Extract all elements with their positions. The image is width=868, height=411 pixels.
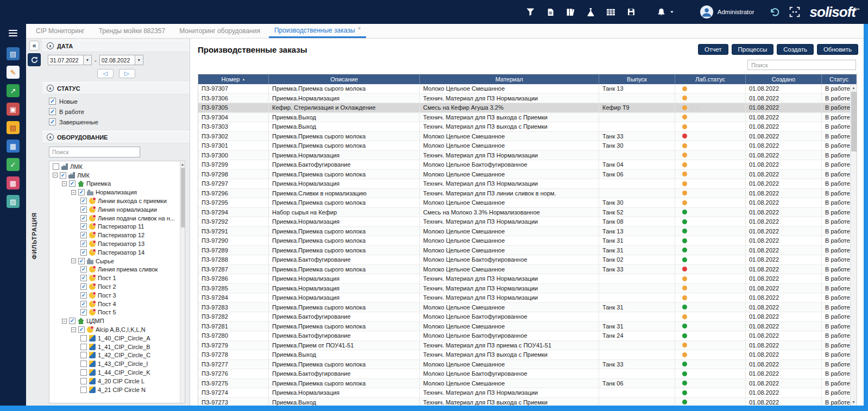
- tree-checkbox[interactable]: ✓: [80, 232, 87, 238]
- date-to-input[interactable]: [100, 57, 135, 64]
- table-row[interactable]: ПЗ-97302Приемка.Приемка сырого молокаМол…: [198, 132, 857, 142]
- tree-checkbox[interactable]: [80, 361, 87, 367]
- bell-icon[interactable]: [656, 7, 667, 17]
- tree-item[interactable]: ✓Пост 5: [52, 308, 185, 317]
- table-row[interactable]: ПЗ-97301Приемка.Приемка сырого молокаМол…: [198, 141, 857, 151]
- table-row[interactable]: ПЗ-97303Приемка.ВыходТехнич. Материал дл…: [198, 122, 857, 132]
- table-row[interactable]: ПЗ-97299Приемка.БактофугированиеМолоко Ц…: [198, 160, 857, 170]
- tree-item[interactable]: ✓Линии выхода с приемки: [52, 197, 185, 205]
- flask-icon[interactable]: [586, 7, 596, 17]
- tree-checkbox[interactable]: [80, 344, 87, 350]
- table-row[interactable]: ПЗ-97306Приемка.НормализацияТехнич. Мате…: [198, 94, 857, 104]
- date-from-dropdown-icon[interactable]: ▼: [83, 55, 91, 65]
- table-row[interactable]: ПЗ-97291Приемка.Приемка сырого молокаМол…: [198, 227, 857, 237]
- tree-item[interactable]: 1_41_CIP_Circle_B: [52, 343, 185, 351]
- tree-item[interactable]: 4_20 CIP Circle L: [52, 377, 185, 385]
- tree-expander-icon[interactable]: −: [62, 181, 67, 186]
- table-row[interactable]: ПЗ-97278Приемка.ВыходТехнич. Материал дл…: [198, 350, 857, 360]
- column-header-Описание[interactable]: Описание: [269, 74, 420, 84]
- scroll-down-icon[interactable]: ▼: [851, 399, 857, 406]
- tree-expander-icon[interactable]: −: [71, 190, 76, 195]
- tab-close-icon[interactable]: ×: [357, 26, 361, 31]
- equipment-section-header[interactable]: ∧ ОБОРУДОВАНИЕ: [42, 131, 190, 143]
- column-header-Создано[interactable]: Создано: [746, 74, 822, 84]
- tree-expander-icon[interactable]: −: [71, 327, 76, 332]
- table-row[interactable]: ПЗ-97290Приемка.Приемка сырого молокаМол…: [198, 236, 857, 246]
- tab-Производственные заказы[interactable]: Производственные заказы×: [269, 24, 366, 38]
- tree-checkbox[interactable]: ✓: [60, 172, 66, 179]
- tree-checkbox[interactable]: ✓: [80, 309, 87, 315]
- sidebar-app-orders-icon[interactable]: ▤: [7, 121, 20, 134]
- tree-checkbox[interactable]: ✓: [80, 266, 87, 273]
- tree-checkbox[interactable]: ✓: [80, 283, 87, 290]
- focus-mode-icon[interactable]: [789, 7, 800, 17]
- date-section-header[interactable]: ∧ ДАТА: [42, 40, 190, 52]
- tree-checkbox[interactable]: ✓: [80, 301, 87, 307]
- tree-checkbox[interactable]: ✓: [80, 241, 87, 247]
- table-row[interactable]: ПЗ-97281Приемка.Приемка сырого молокаМол…: [198, 322, 857, 332]
- table-row[interactable]: ПЗ-97284Приемка.НормализацияТехнич. Мате…: [198, 293, 857, 303]
- tree-checkbox[interactable]: ✓: [80, 206, 87, 213]
- table-row[interactable]: ПЗ-97275Приемка.Приемка сырого молокаМол…: [198, 379, 857, 389]
- tree-expander-icon[interactable]: −: [62, 319, 67, 324]
- tree-item[interactable]: ЛМК: [52, 162, 185, 171]
- tree-item[interactable]: ✓Пастеризатор 13: [52, 239, 185, 248]
- отчет-button[interactable]: Отчет: [698, 44, 728, 55]
- tree-checkbox[interactable]: [53, 163, 59, 170]
- table-row[interactable]: ПЗ-97289Приемка.Приемка сырого молокаМол…: [198, 246, 857, 256]
- tree-item[interactable]: ✓Пастеризатор 12: [52, 231, 185, 239]
- sidebar-app-spreadsheet-app-icon[interactable]: ▦: [7, 140, 20, 153]
- table-row[interactable]: ПЗ-97298Приемка.Приемка сырого молокаМол…: [198, 170, 857, 180]
- tree-item[interactable]: ✓Пост 1: [52, 274, 185, 282]
- avatar[interactable]: [700, 5, 713, 18]
- status-option-В работе[interactable]: ✓В работе: [42, 106, 190, 117]
- table-row[interactable]: ПЗ-97305Кефир. Стерилизация и Охлаждение…: [198, 103, 857, 113]
- table-row[interactable]: ПЗ-97274Приемка.НормализацияТехнич. Мате…: [198, 388, 857, 398]
- column-header-Статус[interactable]: Статус: [822, 74, 857, 84]
- tree-item[interactable]: 1_44_CIP_Circle_K: [52, 368, 185, 377]
- tree-expander-icon[interactable]: −: [53, 173, 58, 178]
- tab-Мониторинг оборудования[interactable]: Мониторинг оборудования: [174, 24, 266, 38]
- tree-item[interactable]: ✓Линия нормализации: [52, 205, 185, 214]
- sidebar-app-reports-icon[interactable]: ▤: [7, 47, 20, 60]
- date-to-dropdown-icon[interactable]: ▼: [135, 55, 143, 65]
- document-icon[interactable]: [545, 7, 556, 17]
- checkbox-icon[interactable]: ✓: [49, 118, 56, 125]
- scroll-up-icon[interactable]: ▲: [180, 161, 185, 167]
- sidebar-app-alarms-icon[interactable]: ▣: [7, 103, 20, 116]
- column-header-Номер[interactable]: Номер▲: [198, 74, 269, 84]
- tree-checkbox[interactable]: ✓: [69, 180, 76, 187]
- tree-item[interactable]: −✓ЛМК: [52, 171, 185, 180]
- tree-checkbox[interactable]: ✓: [69, 318, 76, 324]
- status-option-Новые[interactable]: ✓Новые: [42, 96, 190, 106]
- table-row[interactable]: ПЗ-97286Приемка.НормализацияТехнич. Мате…: [198, 274, 857, 284]
- prev-period-button[interactable]: ◁: [97, 69, 114, 78]
- column-header-Лаб.статус[interactable]: Лаб.статус: [675, 74, 746, 84]
- tree-scrollbar[interactable]: ▲: [180, 161, 185, 403]
- status-section-header[interactable]: ∧ СТАТУС: [42, 82, 190, 94]
- tree-checkbox[interactable]: ✓: [80, 249, 87, 256]
- tree-checkbox[interactable]: ✓: [78, 326, 85, 333]
- tree-checkbox[interactable]: [80, 335, 87, 342]
- tree-item[interactable]: −✓Alcip A,B,C,I,K,L,N: [52, 325, 185, 334]
- tree-checkbox[interactable]: [80, 369, 87, 376]
- table-row[interactable]: ПЗ-97297Приемка.НормализацияТехнич. Мате…: [198, 179, 857, 189]
- sidebar-app-signature-icon[interactable]: ✎: [7, 66, 20, 79]
- status-option-Завершенные[interactable]: ✓Завершенные: [42, 117, 190, 127]
- tree-item[interactable]: −✓ЦДМП: [52, 317, 185, 325]
- tab-CIP Мониторинг[interactable]: CIP Мониторинг: [30, 24, 90, 38]
- save-icon[interactable]: [626, 7, 637, 17]
- tree-item[interactable]: ✓Пастеризатор 14: [52, 248, 185, 257]
- table-row[interactable]: ПЗ-97292Приемка.НормализацияТехнич. Мате…: [198, 217, 857, 227]
- tree-expander-icon[interactable]: −: [71, 258, 76, 263]
- tree-checkbox[interactable]: ✓: [80, 292, 87, 299]
- tab-Тренды мойки 882357[interactable]: Тренды мойки 882357: [93, 24, 171, 38]
- sidebar-app-trends-icon[interactable]: ↗: [7, 84, 20, 97]
- tree-item[interactable]: 1_42_CIP_Circle_C: [52, 351, 185, 360]
- table-row[interactable]: ПЗ-97307Приемка.Приемка сырого молокаМол…: [198, 84, 857, 94]
- table-row[interactable]: ПЗ-97279Приемка.Прием от ПОУ41-51Технич.…: [198, 341, 857, 351]
- обновить-button[interactable]: Обновить: [817, 44, 858, 55]
- создать-button[interactable]: Создать: [777, 44, 814, 55]
- sidebar-app-dashboard-icon[interactable]: ▩: [7, 176, 20, 189]
- table-row[interactable]: ПЗ-97285Приемка.НормализацияТехнич. Мате…: [198, 284, 857, 294]
